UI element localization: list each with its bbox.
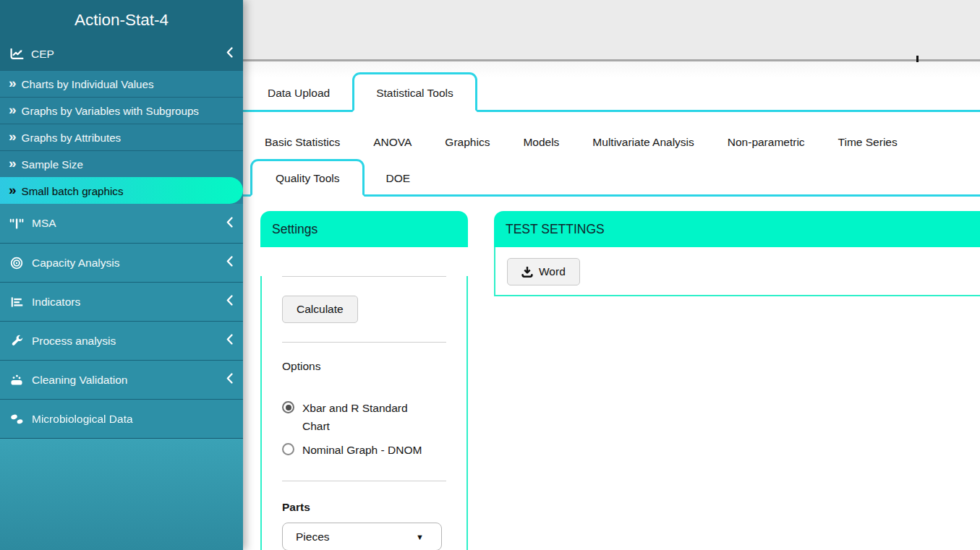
tab-data-upload[interactable]: Data Upload (245, 74, 352, 110)
sidebar-item-msa[interactable]: MSA (0, 204, 243, 243)
angle-double-right-icon: » (9, 156, 17, 170)
select-value: Pieces (296, 530, 330, 543)
chevron-left-icon (226, 295, 233, 309)
sidebar-item-label: Microbiological Data (32, 413, 133, 426)
sidebar-item-indicators[interactable]: Indicators (0, 282, 243, 321)
tab-multivariate-analysis[interactable]: Multivariate Analysis (592, 136, 694, 149)
cursor-tick (916, 56, 919, 62)
test-settings-panel-body: Word (494, 247, 980, 296)
settings-panel: Settings Calculate Options Xbar and R St… (260, 211, 468, 550)
radio-nominal-graph-dnom[interactable]: Nominal Graph - DNOM (282, 441, 446, 459)
button-label: Word (539, 265, 566, 278)
tab-non-parametric[interactable]: Non-parametric (728, 136, 805, 149)
panels-row: Settings Calculate Options Xbar and R St… (243, 197, 980, 550)
word-export-button[interactable]: Word (507, 258, 580, 285)
sidebar-groups: MSA Capacity Analysis (0, 204, 243, 438)
sidebar-item-label: Sample Size (22, 158, 83, 171)
test-settings-panel: TEST SETTINGS Word (494, 211, 980, 296)
caret-down-icon: ▼ (416, 533, 428, 541)
separator (282, 276, 446, 277)
sidebar: Action-Stat-4 CEP » Charts by Individual… (0, 0, 243, 550)
sidebar-item-cep[interactable]: CEP (0, 37, 243, 70)
angle-double-right-icon: » (9, 129, 17, 143)
tool-tab-row-2: Quality Tools DOE (243, 159, 980, 197)
options-label: Options (282, 360, 446, 373)
sidebar-item-graphs-by-variables-with-subgroups[interactable]: » Graphs by Variables with Subgroups (0, 97, 243, 124)
bacteria-icon (9, 413, 25, 425)
sidebar-item-label: Cleaning Validation (32, 374, 127, 387)
panel-title: Settings (272, 222, 318, 237)
tab-label: Statistical Tools (376, 87, 453, 99)
parts-select[interactable]: Pieces ▼ (282, 523, 442, 550)
tab-doe[interactable]: DOE (365, 160, 431, 194)
sidebar-item-sample-size[interactable]: » Sample Size (0, 150, 243, 177)
tab-label: Quality Tools (276, 172, 339, 184)
sidebar-item-label: Graphs by Attributes (22, 132, 122, 144)
sidebar-item-label: CEP (31, 48, 54, 61)
sidebar-header: Action-Stat-4 CEP (0, 0, 243, 70)
chevron-left-icon (226, 217, 233, 231)
tab-time-series[interactable]: Time Series (838, 136, 898, 149)
sidebar-item-label: Capacity Analysis (32, 257, 119, 270)
radio-label: Nominal Graph - DNOM (302, 441, 422, 459)
sidebar-item-label: Indicators (32, 296, 80, 309)
radio-selected-icon[interactable] (282, 401, 294, 413)
test-settings-panel-header: TEST SETTINGS (494, 211, 980, 247)
content-area: Data Upload Statistical Tools Basic Stat… (243, 61, 980, 550)
separator (282, 481, 446, 481)
wrench-icon (9, 335, 25, 347)
settings-panel-header: Settings (260, 211, 468, 247)
bar-chart-icon (9, 296, 25, 308)
sidebar-item-label: Graphs by Variables with Subgroups (22, 105, 199, 117)
sidebar-item-graphs-by-attributes[interactable]: » Graphs by Attributes (0, 124, 243, 150)
chevron-left-icon (226, 373, 233, 387)
sidebar-item-microbiological-data[interactable]: Microbiological Data (0, 399, 243, 438)
chart-line-icon (9, 48, 25, 60)
tab-models[interactable]: Models (523, 136, 559, 149)
main-area: Data Upload Statistical Tools Basic Stat… (243, 0, 980, 550)
sidebar-item-label: Process analysis (32, 335, 116, 348)
radio-unselected-icon[interactable] (282, 443, 294, 455)
top-chrome-bar (243, 0, 980, 61)
tab-label: Data Upload (268, 87, 330, 99)
main-tab-bar: Data Upload Statistical Tools (243, 72, 980, 112)
radio-xbar-r-standard-chart[interactable]: Xbar and R Standard Chart (282, 399, 446, 435)
calculate-button[interactable]: Calculate (282, 296, 358, 323)
angle-double-right-icon: » (9, 76, 17, 90)
tab-statistical-tools[interactable]: Statistical Tools (352, 72, 477, 112)
chevron-left-icon (226, 47, 233, 61)
sidebar-item-label: MSA (32, 217, 56, 230)
sidebar-item-process-analysis[interactable]: Process analysis (0, 321, 243, 360)
sidebar-filler (0, 438, 243, 550)
parts-label: Parts (282, 501, 446, 514)
tab-basic-statistics[interactable]: Basic Statistics (265, 136, 340, 149)
bullseye-icon (9, 257, 25, 270)
angle-double-right-icon: » (9, 183, 17, 197)
panel-title: TEST SETTINGS (506, 222, 605, 237)
soap-icon (9, 374, 25, 386)
tab-graphics[interactable]: Graphics (445, 136, 490, 149)
sidebar-item-label: Small batch graphics (22, 185, 124, 197)
sidebar-item-capacity-analysis[interactable]: Capacity Analysis (0, 243, 243, 282)
sidebar-item-small-batch-graphics[interactable]: » Small batch graphics (0, 177, 243, 204)
angle-double-right-icon: » (9, 103, 17, 116)
app-title: Action-Stat-4 (0, 0, 243, 37)
sidebar-item-label: Charts by Individual Values (22, 78, 154, 90)
radio-label: Xbar and R Standard Chart (302, 399, 431, 435)
broadcast-tower-icon (9, 218, 25, 229)
tab-label: DOE (385, 172, 410, 184)
chevron-left-icon (226, 334, 233, 348)
sidebar-item-cleaning-validation[interactable]: Cleaning Validation (0, 360, 243, 399)
download-icon (521, 266, 533, 278)
sidebar-item-charts-by-individual-values[interactable]: » Charts by Individual Values (0, 70, 243, 97)
cep-submenu: » Charts by Individual Values » Graphs b… (0, 70, 243, 204)
button-label: Calculate (297, 303, 344, 316)
separator (282, 342, 446, 343)
tab-anova[interactable]: ANOVA (373, 136, 412, 149)
tool-tab-row-1: Basic Statistics ANOVA Graphics Models M… (243, 112, 980, 149)
tab-quality-tools[interactable]: Quality Tools (250, 159, 365, 197)
settings-panel-body: Calculate Options Xbar and R Standard Ch… (260, 276, 468, 550)
chevron-left-icon (226, 256, 233, 270)
